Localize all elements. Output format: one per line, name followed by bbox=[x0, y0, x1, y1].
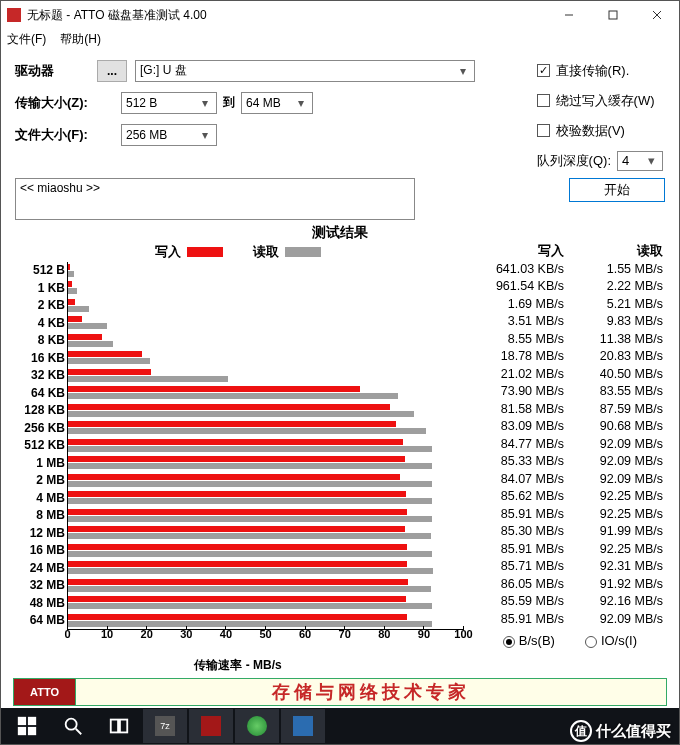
write-value: 85.62 MB/s bbox=[469, 489, 568, 507]
transfer-size-to-select[interactable]: 64 MB▾ bbox=[241, 92, 313, 114]
read-bar bbox=[68, 586, 431, 592]
queue-depth-select[interactable]: 4▾ bbox=[617, 151, 663, 171]
svg-rect-11 bbox=[120, 720, 127, 733]
chart-row: 256 KB bbox=[13, 419, 463, 437]
chart-row: 8 KB bbox=[13, 332, 463, 350]
read-value: 92.16 MB/s bbox=[568, 594, 667, 612]
write-bar bbox=[68, 456, 405, 462]
write-value: 85.59 MB/s bbox=[469, 594, 568, 612]
data-row: 18.78 MB/s20.83 MB/s bbox=[469, 349, 667, 367]
write-bar bbox=[68, 596, 406, 602]
read-bar bbox=[68, 498, 432, 504]
drive-browse-button[interactable]: ... bbox=[97, 60, 127, 82]
data-row: 85.62 MB/s92.25 MB/s bbox=[469, 489, 667, 507]
bypass-cache-checkbox[interactable] bbox=[537, 94, 550, 107]
results-title: 测试结果 bbox=[1, 222, 679, 242]
taskbar-app-2[interactable] bbox=[189, 709, 233, 743]
chevron-down-icon: ▾ bbox=[294, 96, 308, 110]
chart-row-label: 48 MB bbox=[13, 596, 67, 610]
start-menu-button[interactable] bbox=[5, 709, 49, 743]
read-bar bbox=[68, 341, 113, 347]
svg-rect-7 bbox=[28, 727, 36, 735]
chart-row: 128 KB bbox=[13, 402, 463, 420]
file-size-select[interactable]: 256 MB▾ bbox=[121, 124, 217, 146]
atto-banner[interactable]: ATTO 存储与网络技术专家 bbox=[13, 678, 667, 706]
chart-row-label: 16 MB bbox=[13, 543, 67, 557]
chart-row: 48 MB bbox=[13, 594, 463, 612]
write-value: 85.33 MB/s bbox=[469, 454, 568, 472]
maximize-button[interactable] bbox=[591, 1, 635, 29]
write-value: 85.91 MB/s bbox=[469, 507, 568, 525]
data-row: 8.55 MB/s11.38 MB/s bbox=[469, 332, 667, 350]
write-bar bbox=[68, 474, 400, 480]
chart-row: 4 KB bbox=[13, 314, 463, 332]
verify-label: 校验数据(V) bbox=[556, 122, 625, 140]
data-row: 84.07 MB/s92.09 MB/s bbox=[469, 472, 667, 490]
read-value: 90.68 MB/s bbox=[568, 419, 667, 437]
start-button[interactable]: 开始 bbox=[569, 178, 665, 202]
taskbar-app-3[interactable] bbox=[235, 709, 279, 743]
xaxis-title: 传输速率 - MB/s bbox=[13, 657, 463, 674]
legend-read-swatch bbox=[285, 247, 321, 257]
chart-row: 64 MB bbox=[13, 612, 463, 630]
read-value: 20.83 MB/s bbox=[568, 349, 667, 367]
chart-row: 4 MB bbox=[13, 489, 463, 507]
data-row: 86.05 MB/s91.92 MB/s bbox=[469, 577, 667, 595]
drive-select[interactable]: [G:] U 盘 ▾ bbox=[135, 60, 475, 82]
close-button[interactable] bbox=[635, 1, 679, 29]
data-row: 641.03 KB/s1.55 MB/s bbox=[469, 262, 667, 280]
chart-row: 16 KB bbox=[13, 349, 463, 367]
read-value: 92.09 MB/s bbox=[568, 612, 667, 630]
chart-row-label: 1 MB bbox=[13, 456, 67, 470]
window-title: 无标题 - ATTO 磁盘基准测试 4.00 bbox=[27, 7, 547, 24]
chart-row-label: 256 KB bbox=[13, 421, 67, 435]
task-view-button[interactable] bbox=[97, 709, 141, 743]
read-value: 92.09 MB/s bbox=[568, 437, 667, 455]
chart-row: 8 MB bbox=[13, 507, 463, 525]
write-value: 1.69 MB/s bbox=[469, 297, 568, 315]
chart-row-label: 16 KB bbox=[13, 351, 67, 365]
description-textarea[interactable]: << miaoshu >> bbox=[15, 178, 415, 220]
radio-ios[interactable]: IO/s(I) bbox=[585, 633, 637, 648]
bypass-cache-label: 绕过写入缓存(W) bbox=[556, 92, 655, 110]
write-bar bbox=[68, 561, 407, 567]
search-button[interactable] bbox=[51, 709, 95, 743]
minimize-button[interactable] bbox=[547, 1, 591, 29]
chart-legend: 写入 读取 bbox=[13, 242, 463, 262]
radio-bs[interactable]: B/s(B) bbox=[503, 633, 555, 648]
write-bar bbox=[68, 299, 75, 305]
read-value: 11.38 MB/s bbox=[568, 332, 667, 350]
menu-help[interactable]: 帮助(H) bbox=[60, 31, 101, 48]
write-bar bbox=[68, 526, 405, 532]
taskbar-app-4[interactable] bbox=[281, 709, 325, 743]
menu-file[interactable]: 文件(F) bbox=[7, 31, 46, 48]
chart-row-label: 512 KB bbox=[13, 438, 67, 452]
taskbar-app-1[interactable]: 7z bbox=[143, 709, 187, 743]
write-value: 73.90 MB/s bbox=[469, 384, 568, 402]
write-value: 641.03 KB/s bbox=[469, 262, 568, 280]
data-row: 85.71 MB/s92.31 MB/s bbox=[469, 559, 667, 577]
chart-row-label: 64 MB bbox=[13, 613, 67, 627]
write-value: 3.51 MB/s bbox=[469, 314, 568, 332]
read-value: 9.83 MB/s bbox=[568, 314, 667, 332]
chart-row: 24 MB bbox=[13, 559, 463, 577]
svg-line-9 bbox=[76, 729, 82, 735]
svg-point-8 bbox=[66, 719, 77, 730]
direct-io-checkbox[interactable] bbox=[537, 64, 550, 77]
chevron-down-icon: ▾ bbox=[198, 128, 212, 142]
read-value: 92.09 MB/s bbox=[568, 472, 667, 490]
data-row: 21.02 MB/s40.50 MB/s bbox=[469, 367, 667, 385]
read-bar bbox=[68, 428, 426, 434]
col-header-read: 读取 bbox=[568, 242, 667, 262]
chart-row-label: 24 MB bbox=[13, 561, 67, 575]
data-row: 84.77 MB/s92.09 MB/s bbox=[469, 437, 667, 455]
transfer-size-from-select[interactable]: 512 B▾ bbox=[121, 92, 217, 114]
write-value: 81.58 MB/s bbox=[469, 402, 568, 420]
read-value: 40.50 MB/s bbox=[568, 367, 667, 385]
write-bar bbox=[68, 334, 102, 340]
verify-checkbox[interactable] bbox=[537, 124, 550, 137]
legend-write-swatch bbox=[187, 247, 223, 257]
read-bar bbox=[68, 323, 107, 329]
drive-label: 驱动器 bbox=[15, 62, 97, 80]
read-bar bbox=[68, 603, 432, 609]
